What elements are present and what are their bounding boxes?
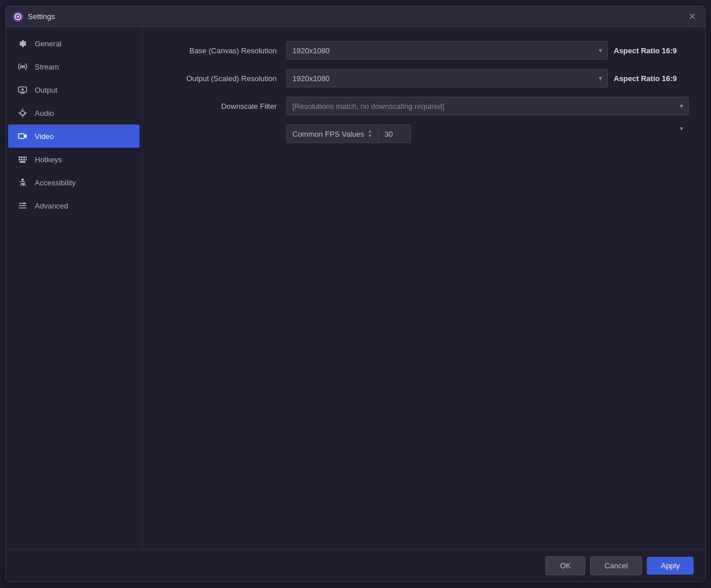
svg-rect-12 <box>23 156 25 158</box>
base-aspect-ratio-text: Aspect Ratio <box>614 46 662 55</box>
sidebar-item-hotkeys[interactable]: Hotkeys <box>6 148 142 171</box>
output-resolution-select[interactable]: 1920x1080 <box>286 69 608 87</box>
output-resolution-row: Output (Scaled) Resolution 1920x1080 ▾ A… <box>159 69 689 87</box>
svg-rect-14 <box>19 159 20 160</box>
downscale-filter-label: Downscale Filter <box>159 102 286 111</box>
sidebar-item-accessibility[interactable]: Accessibility <box>6 171 142 194</box>
fps-row: Common FPS Values ▲▼ 30 ▾ <box>159 125 689 143</box>
output-resolution-controls: 1920x1080 ▾ Aspect Ratio 16:9 <box>286 69 689 87</box>
svg-rect-11 <box>21 156 23 158</box>
base-resolution-select[interactable]: 1920x1080 <box>286 41 608 60</box>
fps-arrow-icon: ▾ <box>680 125 683 133</box>
svg-point-19 <box>21 178 24 181</box>
close-button[interactable]: ✕ <box>686 10 698 23</box>
sidebar-label-general: General <box>35 39 61 48</box>
titlebar: Settings ✕ <box>6 6 705 27</box>
output-resolution-select-wrap: 1920x1080 ▾ <box>286 69 608 87</box>
app-icon <box>13 12 23 22</box>
video-settings-panel: Base (Canvas) Resolution 1920x1080 ▾ Asp… <box>142 27 705 549</box>
downscale-filter-select-wrap: [Resolutions match, no downscaling requi… <box>286 97 689 115</box>
downscale-filter-select[interactable]: [Resolutions match, no downscaling requi… <box>286 97 689 115</box>
apply-button[interactable]: Apply <box>647 557 694 575</box>
window-title: Settings <box>28 12 55 21</box>
output-aspect-ratio-value: 16:9 <box>662 74 677 83</box>
sidebar-label-stream: Stream <box>35 63 59 71</box>
base-aspect-ratio-value: 16:9 <box>662 46 677 55</box>
downscale-filter-row: Downscale Filter [Resolutions match, no … <box>159 97 689 115</box>
sidebar-label-advanced: Advanced <box>35 202 68 210</box>
cancel-button[interactable]: Cancel <box>590 556 642 575</box>
sidebar-label-audio: Audio <box>35 109 54 118</box>
svg-rect-9 <box>19 134 24 138</box>
ok-button[interactable]: OK <box>545 556 585 575</box>
titlebar-left: Settings <box>13 12 55 22</box>
sidebar-item-video[interactable]: Video <box>8 125 140 148</box>
base-resolution-label: Base (Canvas) Resolution <box>159 46 286 55</box>
sidebar-label-output: Output <box>35 86 57 94</box>
sidebar-item-audio[interactable]: Audio <box>6 101 142 125</box>
base-resolution-controls: 1920x1080 ▾ Aspect Ratio 16:9 <box>286 41 689 60</box>
hotkeys-icon <box>17 154 28 165</box>
svg-point-4 <box>21 111 25 115</box>
settings-window: Settings ✕ General <box>5 6 706 582</box>
svg-rect-15 <box>21 159 23 160</box>
stream-icon <box>17 61 28 72</box>
advanced-icon <box>17 200 28 211</box>
fps-wrap: Common FPS Values ▲▼ 30 ▾ <box>286 125 689 143</box>
sidebar-item-general[interactable]: General <box>6 32 142 55</box>
svg-point-1 <box>21 65 24 68</box>
sidebar-item-stream[interactable]: Stream <box>6 55 142 78</box>
gear-icon <box>17 38 28 49</box>
downscale-filter-controls: [Resolutions match, no downscaling requi… <box>286 97 689 115</box>
output-icon <box>17 85 28 95</box>
base-aspect-ratio-label: Aspect Ratio 16:9 <box>614 46 689 55</box>
sidebar-label-accessibility: Accessibility <box>35 178 76 187</box>
accessibility-icon <box>17 177 28 188</box>
svg-rect-16 <box>23 159 25 160</box>
sidebar: General Stream <box>6 27 142 549</box>
sidebar-label-video: Video <box>35 132 54 141</box>
sidebar-item-advanced[interactable]: Advanced <box>6 194 142 217</box>
svg-point-3 <box>21 89 24 91</box>
svg-rect-17 <box>25 159 27 160</box>
footer: OK Cancel Apply <box>6 549 705 582</box>
fps-type-button[interactable]: Common FPS Values ▲▼ <box>286 125 378 143</box>
base-resolution-select-wrap: 1920x1080 ▾ <box>286 41 608 60</box>
fps-type-label: Common FPS Values <box>292 130 364 138</box>
output-aspect-ratio-label: Aspect Ratio 16:9 <box>614 74 689 83</box>
video-icon <box>17 131 28 141</box>
base-resolution-row: Base (Canvas) Resolution 1920x1080 ▾ Asp… <box>159 41 689 60</box>
fps-controls: Common FPS Values ▲▼ 30 ▾ <box>286 125 689 143</box>
sidebar-label-hotkeys: Hotkeys <box>35 155 62 164</box>
output-aspect-ratio-text: Aspect Ratio <box>614 74 662 83</box>
fps-value-wrap: 30 ▾ <box>378 125 689 143</box>
output-resolution-label: Output (Scaled) Resolution <box>159 74 286 83</box>
svg-rect-18 <box>20 161 25 163</box>
svg-rect-10 <box>19 156 20 158</box>
fps-type-arrows-icon: ▲▼ <box>368 129 372 138</box>
svg-rect-13 <box>25 156 27 158</box>
audio-icon <box>17 108 28 118</box>
main-content-area: General Stream <box>6 27 705 549</box>
sidebar-item-output[interactable]: Output <box>6 78 142 101</box>
fps-value-select[interactable]: 30 <box>378 125 411 143</box>
